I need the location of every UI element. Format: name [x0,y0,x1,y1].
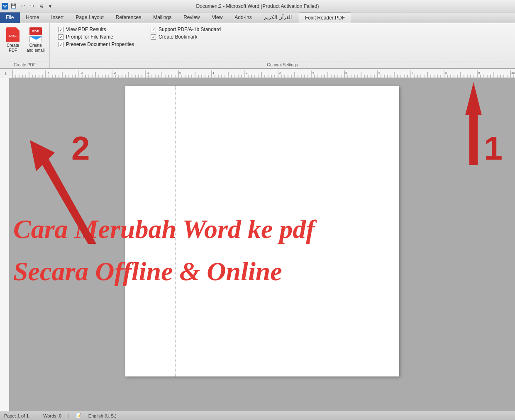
customize-quick-access-button[interactable]: ▼ [46,2,54,10]
pdf-icon: PDF [6,27,20,42]
view-pdf-check: ✓ [58,27,63,32]
status-language: English (U.S.) [88,413,117,418]
create-email-icon-area: PDF [28,27,43,42]
tab-references[interactable]: References [110,12,147,23]
create-pdf-group-content: PDF CreatePDF PDF Createand email [2,25,47,61]
tab-insert[interactable]: Insert [45,12,70,23]
arrow-2-container: 2 [30,140,96,245]
vertical-ruler [0,78,9,411]
tab-review[interactable]: Review [178,12,206,23]
tab-home[interactable]: Home [20,12,45,23]
status-page: Page: 1 of 1 [4,413,29,418]
preserve-doc-checkbox[interactable]: ✓ Preserve Document Properties [58,41,134,47]
svg-marker-169 [465,82,482,165]
create-bookmark-checkbox[interactable]: ✓ Create Bookmark [151,34,221,40]
svg-rect-168 [0,78,9,411]
general-settings-label: General Settings [58,61,507,67]
window-title: Document2 - Microsoft Word (Product Acti… [196,3,319,9]
redo-button[interactable]: ↪ [28,2,36,10]
settings-col-right: ✓ Support PDF/A-1b Standard ✓ Create Boo… [151,27,221,47]
tab-file[interactable]: File [0,12,20,23]
quick-access-toolbar: W 💾 ↩ ↪ 🖨 ▼ [0,2,54,10]
document-area[interactable]: Cara Merubah Word ke pdf Secara Offline … [9,78,515,411]
create-and-email-button[interactable]: PDF Createand email [25,27,46,54]
view-pdf-results-checkbox[interactable]: ✓ View PDF Results [58,27,134,32]
svg-text:9: 9 [478,71,480,75]
create-email-label: Createand email [27,43,44,53]
svg-text:5: 5 [345,71,347,75]
support-pdfa-check: ✓ [151,27,156,32]
tab-view[interactable]: View [206,12,229,23]
tab-page-layout[interactable]: Page Layout [70,12,110,23]
svg-text:4: 4 [312,71,314,75]
annotation-number-2: 2 [71,132,90,165]
tab-add-ins[interactable]: Add-Ins [229,12,258,23]
create-pdf-group-label: Create PDF [2,61,47,67]
support-pdfa-checkbox[interactable]: ✓ Support PDF/A-1b Standard [151,27,221,32]
horizontal-ruler: -4-3-2-1012345678910 [12,69,515,78]
svg-text:-2: -2 [113,71,116,75]
status-bar: Page: 1 of 1 | Words: 0 | 📝 English (U.S… [0,411,515,420]
save-button[interactable]: 💾 [10,2,17,10]
prompt-file-check: ✓ [58,34,63,40]
svg-text:7: 7 [412,71,414,75]
svg-text:3: 3 [279,71,281,75]
tab-foxit-reader-pdf[interactable]: Foxit Reader PDF [299,12,351,23]
create-pdf-group: PDF CreatePDF PDF Createand email Create [0,23,50,68]
document-title-line2: Secara Offline & Online [13,256,507,287]
title-bar: W 💾 ↩ ↪ 🖨 ▼ Document2 - Microsoft Word (… [0,0,515,12]
arrow-1-container: 1 [457,82,490,166]
create-bookmark-check: ✓ [151,34,156,40]
status-divider-1: | [35,413,37,418]
prompt-file-name-checkbox[interactable]: ✓ Prompt for File Name [58,34,134,40]
settings-col-left: ✓ View PDF Results ✓ Prompt for File Nam… [58,27,134,47]
ribbon-tab-bar: File Home Insert Page Layout References … [0,12,515,23]
create-pdf-label: CreatePDF [7,43,19,53]
word-icon: W [2,3,8,10]
create-pdf-icon-area: PDF [5,27,20,42]
tab-arabic[interactable]: القرآن الكريم [258,12,298,23]
svg-text:-3: -3 [80,71,83,75]
tab-mailings[interactable]: Mailings [147,12,178,23]
status-divider-2: | [68,413,69,418]
status-words: Words: 0 [43,413,61,418]
svg-text:2: 2 [246,71,248,75]
ribbon: PDF CreatePDF PDF Createand email Create [0,23,515,69]
settings-checkboxes: ✓ View PDF Results ✓ Prompt for File Nam… [58,27,507,47]
svg-text:10: 10 [511,71,515,75]
annotation-number-1: 1 [484,132,503,165]
svg-rect-0 [12,69,515,78]
ruler-svg: -4-3-2-1012345678910 [12,69,515,78]
undo-button[interactable]: ↩ [19,2,27,10]
print-button[interactable]: 🖨 [37,2,45,10]
ruler-row: L -4-3-2-1012345678910 [0,69,515,78]
status-icon-spelling: 📝 [76,413,82,418]
svg-text:0: 0 [179,71,181,75]
ruler-corner[interactable]: L [0,69,12,78]
svg-text:-1: -1 [146,71,149,75]
svg-text:6: 6 [378,71,381,75]
general-settings-group: ✓ View PDF Results ✓ Prompt for File Nam… [50,23,515,68]
preserve-doc-check: ✓ [58,42,63,47]
svg-text:-4: -4 [46,71,50,75]
vertical-ruler-svg [0,78,9,411]
main-area: Cara Merubah Word ke pdf Secara Offline … [0,78,515,411]
create-pdf-button[interactable]: PDF CreatePDF [2,27,23,54]
svg-text:8: 8 [445,71,447,75]
svg-text:1: 1 [212,71,215,75]
